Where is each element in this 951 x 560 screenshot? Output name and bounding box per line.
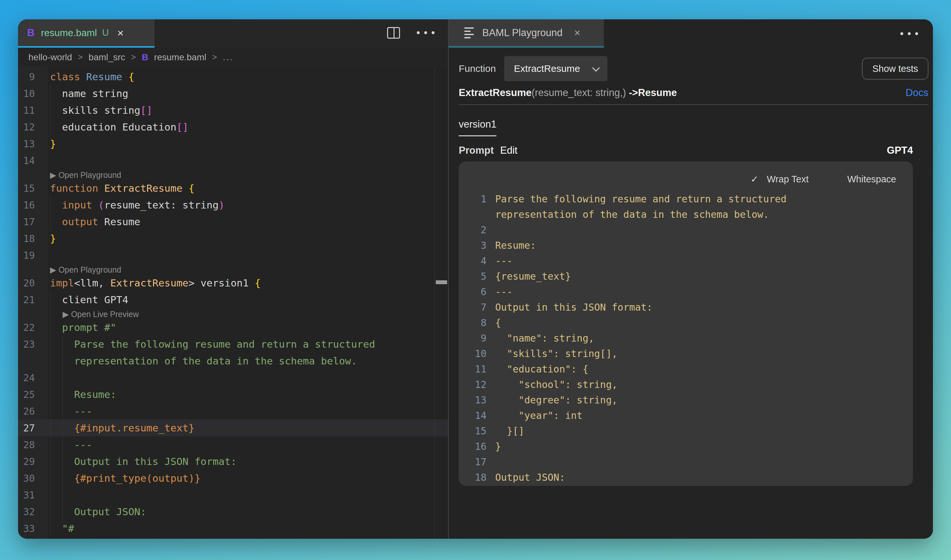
whitespace-toggle[interactable]: Whitespace <box>847 174 896 185</box>
edit-link[interactable]: Edit <box>500 145 517 156</box>
code-line[interactable]: 22 prompt #" <box>18 319 448 336</box>
prompt-lines: 1Parse the following resume and return a… <box>459 191 913 485</box>
line-number: 22 <box>18 322 48 333</box>
code-line[interactable]: 15function ExtractResume { <box>18 180 448 197</box>
code-line[interactable]: 9class Resume { <box>18 68 448 85</box>
indent-guide <box>62 336 63 520</box>
indent-guide <box>50 85 51 135</box>
chevron-right-icon: > <box>131 52 136 62</box>
code-line[interactable]: 27 {#input.resume_text} <box>18 420 448 436</box>
code-line[interactable]: 32 Output JSON: <box>18 503 448 520</box>
tab-version1[interactable]: version1 <box>459 118 497 136</box>
more-actions-icon[interactable] <box>417 31 435 34</box>
split-editor-icon[interactable] <box>387 27 400 38</box>
line-number: 13 <box>18 138 48 149</box>
overview-ruler[interactable] <box>435 67 448 539</box>
code-line[interactable]: 30 {#print_type(output)} <box>18 470 448 486</box>
tab-label: resume.baml <box>41 28 97 38</box>
breadcrumb-item-symbol[interactable]: ... <box>223 52 233 63</box>
line-number: 14 <box>18 155 48 166</box>
code-line[interactable]: 11 skills string[] <box>18 102 448 118</box>
code-line[interactable]: 28 --- <box>18 436 448 453</box>
prompt-line: representation of the data in the schema… <box>459 206 913 222</box>
line-number: 20 <box>18 277 48 289</box>
code-lines: 9class Resume {10 name string11 skills s… <box>18 68 448 537</box>
line-number: 11 <box>18 105 48 116</box>
line-number: 30 <box>18 473 48 484</box>
code-line[interactable]: representation of the data in the schema… <box>18 352 448 369</box>
code-line[interactable]: 26 --- <box>18 403 448 420</box>
code-editor[interactable]: 9class Resume {10 name string11 skills s… <box>18 67 448 539</box>
line-number: 9 <box>18 71 48 83</box>
prompt-header: Prompt Edit GPT4 <box>459 145 928 156</box>
wrap-text-toggle[interactable]: ✓ Wrap Text <box>751 174 809 185</box>
baml-playground-panel: BAML Playground × Function ExtractResume… <box>448 19 933 539</box>
code-line[interactable]: 17 output Resume <box>18 213 448 230</box>
prompt-line: 10 "skills": string[], <box>459 346 913 361</box>
code-line[interactable]: 10 name string <box>18 85 448 102</box>
line-number: 27 <box>18 422 48 434</box>
line-number: 26 <box>18 406 48 417</box>
show-tests-button[interactable]: Show tests <box>862 58 928 80</box>
close-icon[interactable]: × <box>574 27 580 39</box>
tab-resume-baml[interactable]: B resume.baml U × <box>18 19 154 48</box>
breadcrumb-item-file[interactable]: resume.baml <box>154 52 207 63</box>
code-line[interactable]: 31 <box>18 486 448 503</box>
chevron-down-icon <box>592 64 600 72</box>
line-number: 29 <box>18 456 48 467</box>
tab-baml-playground[interactable]: BAML Playground × <box>449 19 604 48</box>
signature-params: (resume_text: string,) <box>532 87 626 98</box>
line-number: 17 <box>18 216 48 228</box>
prompt-line: 7Output in this JSON format: <box>459 299 913 315</box>
baml-file-icon: B <box>142 52 148 63</box>
code-line[interactable]: 25 Resume: <box>18 386 448 403</box>
prompt-line: 5{resume_text} <box>459 268 913 284</box>
prompt-line: 4--- <box>459 253 913 268</box>
code-line[interactable]: 33 "# <box>18 520 448 537</box>
playground-content: Function ExtractResume Show tests Extrac… <box>449 48 933 539</box>
line-number: 31 <box>18 489 48 501</box>
code-line[interactable]: 24 <box>18 369 448 386</box>
line-number: 15 <box>18 183 48 194</box>
code-line[interactable]: 20impl<llm, ExtractResume> version1 { <box>18 274 448 291</box>
line-number: 10 <box>18 88 48 99</box>
code-line[interactable]: 23 Parse the following resume and return… <box>18 336 448 352</box>
check-icon: ✓ <box>751 174 758 185</box>
more-actions-icon[interactable] <box>900 32 918 35</box>
editor-group-left: B resume.baml U × hello-world > baml_src… <box>18 19 448 539</box>
line-number: 19 <box>18 250 48 261</box>
prompt-toolbar: ✓ Wrap Text Whitespace <box>459 169 913 189</box>
code-line[interactable]: 21 client GPT4 <box>18 291 448 308</box>
close-icon[interactable]: × <box>117 28 124 38</box>
docs-link[interactable]: Docs <box>906 87 928 98</box>
code-line[interactable]: 12 education Education[] <box>18 118 448 135</box>
prompt-label: Prompt <box>459 145 494 156</box>
breadcrumb-item-folder[interactable]: baml_src <box>89 52 125 63</box>
function-select[interactable]: ExtractResume <box>504 56 607 81</box>
prompt-line: 17 <box>459 454 913 469</box>
code-line[interactable]: 13} <box>18 135 448 152</box>
code-line[interactable]: 29 Output in this JSON format: <box>18 453 448 470</box>
codelens-action[interactable]: ▶ Open Live Preview <box>18 308 448 319</box>
prompt-line: 18Output JSON: <box>459 469 913 485</box>
codelens-action[interactable]: ▶ Open Playground <box>18 169 448 180</box>
prompt-line: 14 "year": int <box>459 408 913 423</box>
code-line[interactable]: 19 <box>18 247 448 263</box>
signature-name: ExtractResume <box>459 87 532 98</box>
codelens-action[interactable]: ▶ Open Playground <box>18 263 448 274</box>
prompt-line: 1Parse the following resume and return a… <box>459 191 913 206</box>
signature-return-type: Resume <box>638 87 677 98</box>
editor-tabbar: B resume.baml U × <box>18 19 448 48</box>
code-line[interactable]: 16 input (resume_text: string) <box>18 197 448 213</box>
prompt-line: 15 }[] <box>459 423 913 438</box>
prompt-line: 11 "education": { <box>459 361 913 377</box>
prompt-line: 6--- <box>459 284 913 299</box>
breadcrumb-item-folder[interactable]: hello-world <box>28 52 72 63</box>
code-line[interactable]: 18} <box>18 230 448 247</box>
prompt-preview: ✓ Wrap Text Whitespace 1Parse the follow… <box>459 162 913 486</box>
prompt-line: 2 <box>459 222 913 237</box>
prompt-line: 9 "name": string, <box>459 330 913 346</box>
code-line[interactable]: 14 <box>18 152 448 169</box>
line-number: 32 <box>18 506 48 517</box>
signature-arrow: -> <box>626 87 638 98</box>
